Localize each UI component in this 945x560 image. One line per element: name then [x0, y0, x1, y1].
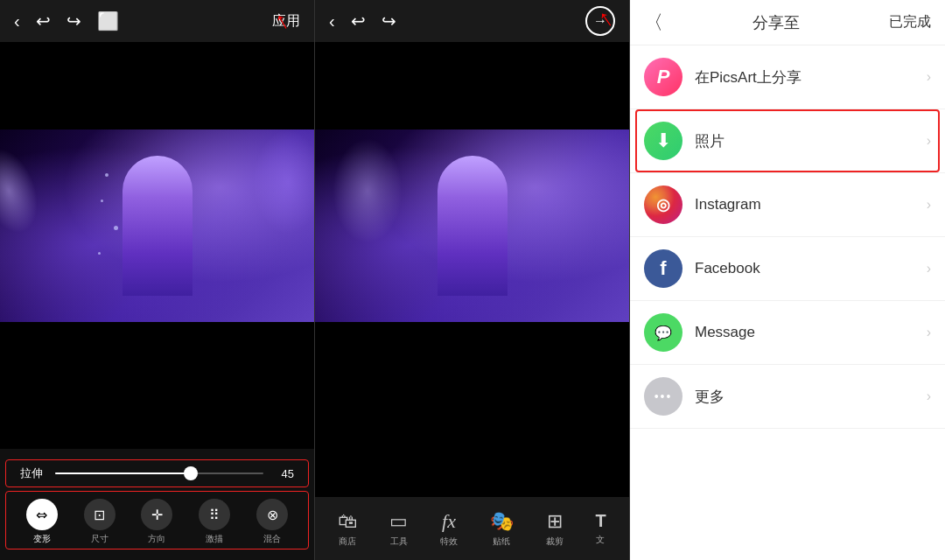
text-label: 文	[596, 534, 605, 546]
crop-label: 裁剪	[546, 536, 564, 548]
share-item-picsart[interactable]: P 在PicsArt上分享 ›	[630, 46, 945, 109]
fx-label: 特效	[440, 536, 458, 548]
photos-label: 照片	[695, 131, 927, 151]
biansxing-label: 变形	[33, 533, 51, 545]
facebook-label: Facebook	[695, 260, 927, 277]
more-icon: •••	[644, 377, 682, 416]
right-back-button[interactable]: 〈	[644, 10, 663, 36]
tool-item-chicun[interactable]: ⊡ 尺寸	[84, 499, 116, 545]
instagram-chevron: ›	[927, 197, 931, 213]
right-top-bar: 〈 分享至 已完成	[630, 0, 945, 46]
middle-nav-buttons: ‹ ↩ ↪	[329, 10, 396, 32]
mid-tool-crop[interactable]: ⊞ 裁剪	[546, 510, 564, 548]
mid-top-black	[315, 42, 629, 130]
message-chevron: ›	[927, 325, 931, 340]
hunhe-icon: ⊗	[256, 499, 288, 530]
right-title: 分享至	[752, 12, 800, 33]
jimiao-label: 激描	[206, 533, 223, 545]
left-top-black	[0, 42, 314, 130]
middle-top-bar: ‹ ↩ ↪ → ↑	[315, 0, 629, 42]
text-icon: T	[595, 511, 606, 531]
character-figure-right	[438, 156, 508, 296]
left-bottom-black	[0, 322, 314, 392]
glow-right	[253, 130, 314, 234]
picsart-chevron: ›	[927, 69, 931, 85]
mid-bottom-black	[315, 322, 629, 497]
figure-container-left	[0, 130, 314, 322]
left-redo-button[interactable]: ↪	[66, 10, 81, 32]
middle-bottom-bar: 🛍 商店 ▭ 工具 fx 特效 🎭 贴纸 ⊞ 裁剪 T 文	[315, 497, 629, 560]
left-back-button[interactable]: ‹	[14, 11, 20, 32]
slider-thumb[interactable]	[184, 466, 198, 480]
fangxiang-icon: ✛	[141, 499, 172, 530]
slider-row: 拉伸 45	[5, 459, 309, 487]
slider-fill	[55, 472, 191, 474]
share-item-more[interactable]: ••• 更多 ›	[630, 365, 945, 429]
message-label: Message	[695, 324, 927, 341]
eraser-icon[interactable]: ⬜	[97, 10, 119, 32]
spiderman-image-left	[0, 130, 314, 322]
left-bottom-controls: 拉伸 45 ⇔ 变形 ⊡ 尺寸 ✛ 方向 ⠿ 激描	[0, 449, 314, 560]
tool-item-fangxiang[interactable]: ✛ 方向	[141, 499, 172, 545]
left-image-area	[0, 42, 314, 449]
photos-chevron: ›	[927, 133, 931, 149]
middle-back-button[interactable]: ‹	[329, 11, 335, 32]
glow-effect	[332, 138, 402, 243]
biansxing-icon: ⇔	[26, 499, 58, 530]
fangxiang-label: 方向	[148, 533, 165, 545]
slider-label: 拉伸	[20, 466, 46, 481]
particle	[114, 226, 118, 230]
left-undo-button[interactable]: ↩	[36, 10, 51, 32]
share-item-facebook[interactable]: f Facebook ›	[630, 237, 945, 301]
tools-label: 工具	[390, 536, 408, 548]
share-item-photos[interactable]: ⬇ 照片 ›	[630, 109, 945, 173]
middle-undo-button[interactable]: ↩	[351, 10, 366, 32]
chicun-label: 尺寸	[91, 533, 108, 545]
tools-icon: ▭	[389, 510, 408, 533]
mid-tool-shop[interactable]: 🛍 商店	[338, 510, 357, 548]
picsart-label: 在PicsArt上分享	[695, 67, 927, 88]
particle	[105, 173, 108, 177]
middle-image-area	[315, 42, 629, 497]
particle	[98, 252, 101, 255]
figure-container-right	[315, 130, 629, 322]
hunhe-label: 混合	[263, 533, 281, 545]
picsart-icon: P	[644, 58, 682, 96]
facebook-icon: f	[644, 249, 682, 288]
shop-label: 商店	[339, 536, 356, 548]
left-main-image	[0, 130, 314, 322]
character-figure-left	[122, 156, 192, 296]
spiderman-image-right	[315, 130, 629, 322]
share-item-instagram[interactable]: ◎ Instagram ›	[630, 173, 945, 237]
photos-icon: ⬇	[644, 122, 682, 160]
chicun-icon: ⊡	[84, 499, 116, 530]
left-top-bar: ‹ ↩ ↪ ⬜ 应用 ↑	[0, 0, 314, 42]
tool-item-biansxing[interactable]: ⇔ 变形	[26, 499, 58, 545]
more-chevron: ›	[927, 388, 931, 404]
message-icon: 💬	[644, 313, 682, 352]
sticker-label: 贴纸	[493, 536, 510, 548]
middle-redo-button[interactable]: ↪	[382, 10, 396, 32]
tool-item-jimiao[interactable]: ⠿ 激描	[199, 499, 230, 545]
mid-tool-fx[interactable]: fx 特效	[440, 510, 458, 548]
particle	[101, 200, 103, 202]
mid-tool-sticker[interactable]: 🎭 贴纸	[490, 510, 514, 548]
jimiao-icon: ⠿	[199, 499, 230, 530]
instagram-icon: ◎	[644, 186, 682, 224]
fx-icon: fx	[442, 510, 456, 533]
left-nav-buttons: ‹ ↩ ↪ ⬜	[14, 10, 119, 32]
tool-item-hunhe[interactable]: ⊗ 混合	[256, 499, 288, 545]
slider-track[interactable]	[55, 472, 263, 474]
middle-panel: ‹ ↩ ↪ → ↑ 🛍 商店 ▭ 工具 fx 特效	[315, 0, 630, 560]
right-done-button[interactable]: 已完成	[889, 13, 931, 32]
sticker-icon: 🎭	[490, 510, 514, 533]
mid-tool-text[interactable]: T 文	[595, 511, 606, 546]
left-panel: ‹ ↩ ↪ ⬜ 应用 ↑	[0, 0, 315, 560]
left-tool-row: ⇔ 变形 ⊡ 尺寸 ✛ 方向 ⠿ 激描 ⊗ 混合	[5, 491, 309, 550]
more-label: 更多	[695, 387, 927, 407]
right-panel: 〈 分享至 已完成 P 在PicsArt上分享 › ⬇ 照片 › ◎ Insta…	[630, 0, 945, 560]
share-item-message[interactable]: 💬 Message ›	[630, 301, 945, 365]
mid-tool-tools[interactable]: ▭ 工具	[389, 510, 408, 548]
glow-left	[0, 141, 48, 241]
crop-icon: ⊞	[547, 510, 563, 533]
